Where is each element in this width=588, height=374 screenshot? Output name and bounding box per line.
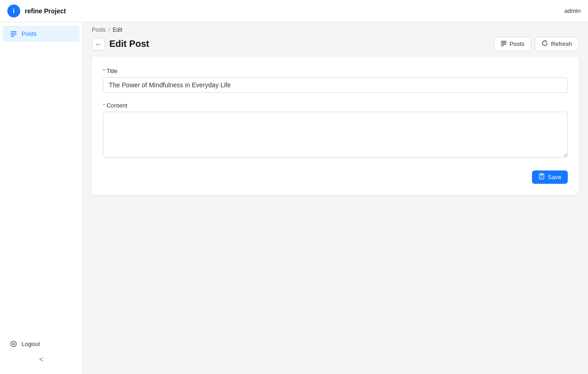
svg-rect-7 <box>501 42 506 43</box>
svg-rect-13 <box>540 178 542 178</box>
sidebar-item-posts-label: Posts <box>22 30 37 37</box>
sidebar-bottom: Logout < <box>0 336 82 370</box>
page-header-right: Posts Refresh <box>494 37 579 51</box>
main-content: Posts / Edit ← Edit Post <box>83 22 588 374</box>
breadcrumb-edit: Edit <box>113 27 122 33</box>
layout: Posts Logout < Posts / Edit <box>0 22 588 374</box>
svg-rect-12 <box>540 177 543 177</box>
navbar-left: i refine Project <box>7 5 66 17</box>
app-title: refine Project <box>25 7 66 15</box>
form-card: * Title * Content <box>92 57 579 195</box>
content-field: * Content <box>103 102 568 159</box>
refresh-button-label: Refresh <box>551 40 572 47</box>
svg-rect-11 <box>540 174 543 176</box>
user-label: admin <box>565 7 581 14</box>
svg-rect-9 <box>501 45 504 45</box>
save-label: Save <box>548 174 561 181</box>
logout-icon <box>10 340 17 347</box>
sidebar-item-posts[interactable]: Posts <box>3 26 79 42</box>
title-field: * Title <box>103 68 568 93</box>
breadcrumb-separator: / <box>108 27 110 33</box>
svg-rect-8 <box>501 44 506 44</box>
page-header-left: ← Edit Post <box>92 38 149 51</box>
posts-list-icon <box>501 40 507 48</box>
breadcrumb-posts[interactable]: Posts <box>92 27 106 33</box>
page-title: Edit Post <box>109 39 149 49</box>
title-input[interactable] <box>103 77 568 93</box>
svg-rect-1 <box>11 33 17 34</box>
sidebar-nav: Posts <box>0 26 82 42</box>
back-button[interactable]: ← <box>92 38 105 51</box>
refresh-button[interactable]: Refresh <box>535 37 579 51</box>
posts-button-label: Posts <box>509 40 525 47</box>
posts-icon <box>10 30 17 37</box>
back-arrow-icon: ← <box>95 40 102 48</box>
content-label: * Content <box>103 102 568 109</box>
sidebar-item-logout[interactable]: Logout <box>3 336 79 352</box>
title-required-star: * <box>103 68 105 74</box>
content-textarea[interactable] <box>103 112 568 158</box>
save-icon <box>538 173 545 181</box>
sidebar-collapse-button[interactable]: < <box>0 352 82 367</box>
sidebar: Posts Logout < <box>0 22 83 374</box>
form-footer: Save <box>103 170 568 184</box>
refresh-icon <box>542 40 548 48</box>
app-logo: i <box>7 5 20 17</box>
page-header: ← Edit Post Posts <box>83 33 588 57</box>
navbar: i refine Project admin <box>0 0 588 22</box>
svg-rect-3 <box>11 36 14 37</box>
svg-rect-6 <box>501 41 506 41</box>
posts-button[interactable]: Posts <box>494 37 531 51</box>
svg-point-4 <box>11 341 17 347</box>
svg-rect-2 <box>11 34 17 35</box>
svg-point-5 <box>13 343 15 345</box>
content-required-star: * <box>103 102 105 109</box>
logout-label: Logout <box>22 340 40 347</box>
title-label: * Title <box>103 68 568 74</box>
breadcrumb: Posts / Edit <box>83 22 588 33</box>
svg-rect-0 <box>11 31 17 32</box>
save-button[interactable]: Save <box>532 170 568 184</box>
